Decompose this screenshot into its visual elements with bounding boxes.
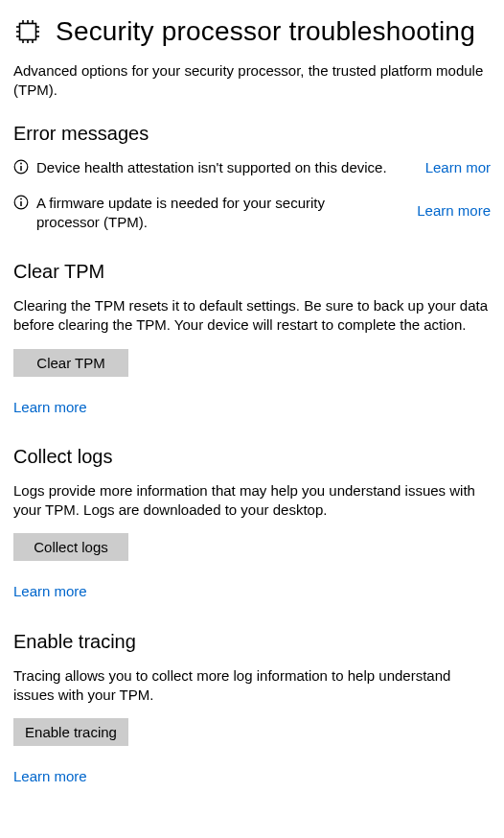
page-description: Advanced options for your security proce…	[13, 61, 491, 101]
error-item: A firmware update is needed for your sec…	[13, 194, 491, 233]
errors-heading: Error messages	[13, 121, 491, 147]
clear-tpm-learn-more-link[interactable]: Learn more	[13, 398, 491, 417]
error-learn-more-link[interactable]: Learn more	[417, 201, 491, 221]
svg-point-15	[20, 163, 22, 165]
collect-logs-description: Logs provide more information that may h…	[13, 481, 491, 521]
error-message: Device health attestation isn't supporte…	[36, 158, 387, 177]
clear-tpm-description: Clearing the TPM resets it to default se…	[13, 296, 491, 336]
enable-tracing-description: Tracing allows you to collect more log i…	[13, 666, 491, 706]
collect-logs-heading: Collect logs	[13, 444, 491, 470]
clear-tpm-button[interactable]: Clear TPM	[13, 349, 128, 377]
enable-tracing-learn-more-link[interactable]: Learn more	[13, 767, 491, 786]
enable-tracing-button[interactable]: Enable tracing	[13, 718, 128, 746]
error-row: A firmware update is needed for your sec…	[36, 194, 491, 233]
collect-logs-learn-more-link[interactable]: Learn more	[13, 582, 491, 601]
error-message: A firmware update is needed for your sec…	[36, 194, 343, 233]
clear-tpm-section: Clear TPM Clearing the TPM resets it to …	[13, 259, 491, 417]
error-learn-more-link[interactable]: Learn mor	[425, 158, 491, 177]
enable-tracing-section: Enable tracing Tracing allows you to col…	[13, 629, 491, 787]
info-icon	[13, 159, 29, 179]
error-row: Device health attestation isn't supporte…	[36, 158, 491, 177]
enable-tracing-heading: Enable tracing	[13, 629, 491, 655]
page-header: Security processor troubleshooting	[13, 13, 491, 50]
svg-rect-0	[20, 23, 36, 39]
clear-tpm-heading: Clear TPM	[13, 259, 491, 285]
collect-logs-section: Collect logs Logs provide more informati…	[13, 444, 491, 602]
collect-logs-button[interactable]: Collect logs	[13, 533, 128, 561]
svg-point-18	[20, 198, 22, 199]
chip-icon	[13, 17, 42, 46]
page-title: Security processor troubleshooting	[56, 13, 475, 50]
error-item: Device health attestation isn't supporte…	[13, 158, 491, 179]
info-icon	[13, 195, 29, 215]
